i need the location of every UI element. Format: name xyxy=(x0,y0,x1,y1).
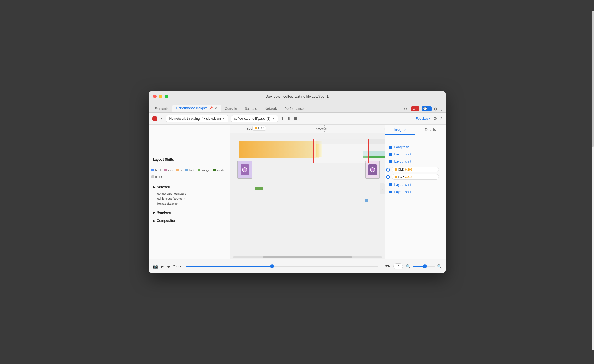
title-bar: DevTools - coffee-cart.netlify.app/?ad=1 xyxy=(149,91,446,102)
minimize-button[interactable] xyxy=(159,95,162,98)
network-row-3 xyxy=(230,198,385,203)
tab-performance-insights-label: Performance insights xyxy=(176,106,208,110)
more-tabs-button[interactable]: >> xyxy=(402,107,409,111)
html-label: html xyxy=(155,168,161,172)
zoom-out-icon[interactable]: 🔍 xyxy=(406,264,410,269)
scrollbar-track xyxy=(233,256,382,258)
legend-media: media xyxy=(213,168,225,172)
font-color xyxy=(185,169,188,171)
scrollbar-area[interactable] xyxy=(230,255,385,259)
network-item-1: coffee-cart.netlify.app xyxy=(153,191,226,196)
lcp-badge: LCP xyxy=(252,126,266,131)
zoom-slider[interactable] xyxy=(413,266,435,267)
network-triangle-icon: ▶ xyxy=(153,186,155,189)
network-item-2: cdnjs.cloudflare.com xyxy=(153,196,226,201)
tab-insights[interactable]: Insights xyxy=(385,125,415,135)
playback-slider[interactable] xyxy=(186,266,378,267)
message-count: 1 xyxy=(428,107,430,111)
tab-console[interactable]: Console xyxy=(221,105,241,112)
bullet-ls-1 xyxy=(389,153,392,156)
settings-icon-2[interactable]: ⚙ xyxy=(433,116,437,121)
network-items: coffee-cart.netlify.app cdnjs.cloudflare… xyxy=(149,191,230,206)
layout-shifts-label: Layout Shifts xyxy=(149,155,230,164)
insight-layout-shift-2: Layout shift xyxy=(385,158,446,165)
record-button[interactable] xyxy=(152,116,157,121)
timeline-body[interactable]: › xyxy=(230,133,385,259)
help-icon[interactable]: ? xyxy=(440,116,442,121)
throttle-dropdown[interactable]: No network throttling, 4× slowdown ▼ xyxy=(166,115,228,122)
cls-badge: CLS 0.193 xyxy=(392,167,439,172)
network-row-2 xyxy=(230,192,385,197)
fonts-gstatic-bar xyxy=(365,199,368,202)
maximize-button[interactable] xyxy=(165,95,168,98)
error-count: 1 xyxy=(416,107,418,111)
skip-to-start-icon[interactable]: ⏮ xyxy=(167,264,171,269)
dropdown-icon[interactable]: ▼ xyxy=(160,117,164,121)
tab-network[interactable]: Network xyxy=(261,105,281,112)
tab-performance-label: Performance xyxy=(285,107,304,111)
lcp-label: LCP xyxy=(258,127,264,130)
bullet-long-task xyxy=(389,146,392,149)
layout-shift-link-3[interactable]: Layout shift xyxy=(394,183,411,187)
play-button[interactable]: ▶ xyxy=(161,264,164,269)
throttle-label: No network throttling, 4× slowdown xyxy=(169,117,221,121)
renderer-triangle-icon: ▶ xyxy=(153,211,155,214)
slider-thumb[interactable] xyxy=(270,264,274,268)
timeline-area: 3,200ms 4,000ms 4,800ms LCP xyxy=(230,125,385,259)
insight-layout-shift-3: Layout shift xyxy=(385,181,446,188)
legend-image: image xyxy=(198,168,210,172)
close-tab-icon[interactable]: ✕ xyxy=(215,106,217,110)
media-color xyxy=(213,169,216,171)
layout-shift-link-1[interactable]: Layout shift xyxy=(394,152,411,156)
network-legend: html css js font xyxy=(149,166,230,181)
pin-icon: 📌 xyxy=(209,106,213,110)
main-content: Layout Shifts html css js xyxy=(149,125,446,259)
target-dropdown[interactable]: coffee-cart.netlify.app (1) ▼ xyxy=(231,115,278,122)
selection-box[interactable] xyxy=(313,139,369,163)
legend-css: css xyxy=(164,168,173,172)
layout-shift-link-2[interactable]: Layout shift xyxy=(394,160,411,163)
compositor-triangle-icon: ▶ xyxy=(153,219,155,222)
speed-button[interactable]: x1 xyxy=(393,263,403,269)
image-label: image xyxy=(202,168,210,172)
tab-elements[interactable]: Elements xyxy=(151,105,172,112)
message-icon: 💬 xyxy=(423,107,427,111)
bullet-ls-3 xyxy=(389,183,392,186)
compositor-label: Compositor xyxy=(157,219,175,223)
insight-long-task: Long task xyxy=(385,144,446,151)
cls-dot xyxy=(395,168,397,171)
zoom-in-icon[interactable]: 🔍 xyxy=(437,264,442,269)
cls-circle xyxy=(386,168,390,172)
delete-icon[interactable]: 🗑 xyxy=(293,116,298,121)
upload-icon[interactable]: ⬆ xyxy=(281,116,284,121)
camera-icon[interactable]: 📷 xyxy=(153,264,158,269)
feedback-link[interactable]: Feedback xyxy=(416,117,430,121)
spacer xyxy=(385,138,446,144)
more-options-icon[interactable]: ⋮ xyxy=(440,107,443,111)
bullet-ls-4 xyxy=(389,191,392,193)
tab-sources[interactable]: Sources xyxy=(241,105,261,112)
layout-shift-link-4[interactable]: Layout shift xyxy=(394,190,411,194)
zoom-thumb[interactable] xyxy=(423,264,427,268)
settings-icon[interactable]: ⚙ xyxy=(434,107,437,111)
tab-details[interactable]: Details xyxy=(415,125,446,135)
lcp-dot-badge xyxy=(395,176,397,178)
layout-shift-bar-large xyxy=(239,141,319,158)
message-badge: 💬 1 xyxy=(422,106,431,111)
tab-performance[interactable]: Performance xyxy=(281,105,308,112)
close-button[interactable] xyxy=(153,95,157,98)
renderer-label: Renderer xyxy=(157,210,172,214)
long-task-link[interactable]: Long task xyxy=(394,145,409,149)
legend-js: js xyxy=(176,168,182,172)
insight-layout-shift-1: Layout shift xyxy=(385,151,446,158)
left-panel: Layout Shifts html css js xyxy=(149,125,230,259)
download-icon[interactable]: ⬇ xyxy=(287,116,291,121)
devtools-window: DevTools - coffee-cart.netlify.app/?ad=1… xyxy=(149,91,446,273)
bottom-bar: 📷 ▶ ⏮ 2.44s 5.93s x1 🔍 🔍 xyxy=(149,259,446,273)
renderer-section-header: ▶ Renderer xyxy=(149,208,230,217)
tab-network-label: Network xyxy=(265,107,277,111)
expand-button[interactable]: › xyxy=(380,183,385,194)
css-label: css xyxy=(168,168,173,172)
bullet-ls-2 xyxy=(389,160,392,163)
tab-performance-insights[interactable]: Performance insights 📌 ✕ xyxy=(172,105,221,112)
